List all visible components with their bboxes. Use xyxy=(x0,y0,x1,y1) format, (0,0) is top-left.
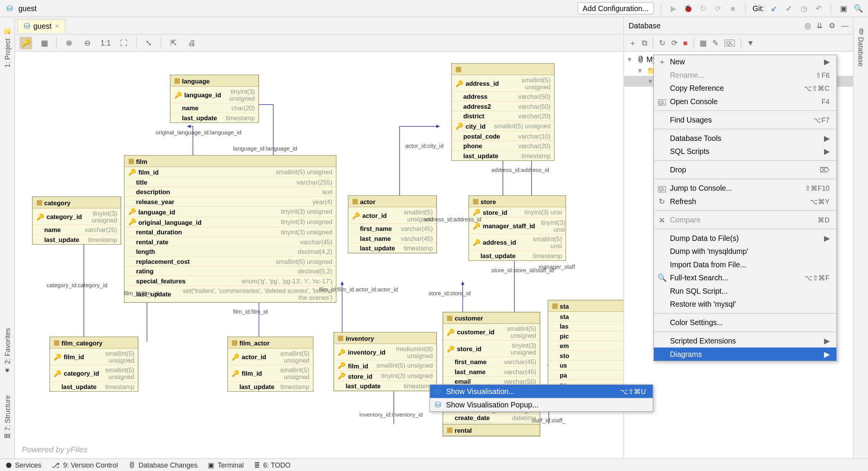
column-row[interactable]: 🔑language_idtinyint(3) unsigned xyxy=(171,87,259,104)
submenu-item[interactable]: ⛁Show Visualisation Popup... xyxy=(430,398,653,412)
table-address[interactable]: ▦🔑address_idsmallint(5) unsignedaddressv… xyxy=(451,63,555,161)
column-row[interactable]: special_featuresenum('g', 'pg', 'pg-13',… xyxy=(125,276,336,286)
menu-item[interactable]: Run SQL Script... xyxy=(654,285,837,298)
column-row[interactable]: 🔑category_idtinyint(3) unsigned xyxy=(33,209,121,226)
table-film-category[interactable]: ▦film_category🔑film_idsmallint(5) unsign… xyxy=(49,337,139,392)
column-row[interactable]: 🔑store_idtinyint(3) unsigned xyxy=(443,341,540,358)
filter-btn[interactable]: ▼ xyxy=(747,39,754,47)
column-row[interactable]: 🔑language_idtinyint(3) unsigned xyxy=(125,207,336,217)
column-row[interactable]: last_updatetimestamp xyxy=(334,381,436,391)
target-icon[interactable]: ◎ xyxy=(804,21,811,30)
menu-item[interactable]: SQL Scripts▶ xyxy=(654,145,837,158)
stop-btn[interactable]: ■ xyxy=(683,39,688,47)
search-icon[interactable]: 🔍 xyxy=(853,3,863,13)
column-row[interactable]: 🔑store_idtinyint(3) unsigned xyxy=(334,371,436,381)
menu-item[interactable]: Restore with 'mysql' xyxy=(654,298,837,311)
git-commit-icon[interactable]: ✓ xyxy=(784,3,794,13)
column-row[interactable]: last_updatetimestamp xyxy=(228,382,313,391)
menu-item[interactable]: Diagrams▶ xyxy=(654,348,837,361)
column-row[interactable]: pa xyxy=(548,371,624,381)
column-row[interactable]: last_updatetimestamp xyxy=(452,151,554,160)
column-row[interactable]: 🔑customer_idsmallint(5) unsigned xyxy=(443,324,540,341)
duplicate-btn[interactable]: ⧉ xyxy=(642,38,647,47)
table-actor[interactable]: ▦actor🔑actor_idsmallint(5) unsignedfirst… xyxy=(348,195,437,253)
column-row[interactable]: postal_codevarchar(10) xyxy=(452,132,554,142)
favorites-tool-button[interactable]: ★ 2: Favorites xyxy=(3,324,11,379)
column-row[interactable]: 🔑film_idsmallint(5) unsigned xyxy=(228,365,313,382)
console-btn[interactable]: QL xyxy=(724,39,735,46)
column-row[interactable]: first_namevarchar(45) xyxy=(443,357,540,367)
column-row[interactable]: 🔑address_idsmallint(5) unsi xyxy=(469,234,566,251)
column-row[interactable]: sta xyxy=(548,312,624,322)
column-row[interactable]: namechar(20) xyxy=(171,103,259,113)
table-language[interactable]: ▦language🔑language_idtinyint(3) unsigned… xyxy=(170,75,259,123)
menu-item[interactable]: Scripted Extensions▶ xyxy=(654,334,837,348)
zoom-in-btn[interactable]: ⊕ xyxy=(63,36,75,49)
menu-item[interactable]: Dump Data to File(s)▶ xyxy=(654,232,837,245)
coverage-icon[interactable]: ↻ xyxy=(698,3,708,13)
debug-icon[interactable]: 🐞 xyxy=(683,3,693,13)
menu-item[interactable]: Dump with 'mysqldump' xyxy=(654,245,837,258)
column-row[interactable]: replacement_costsmallint(5) unsigned xyxy=(125,257,336,267)
menu-item[interactable]: Color Settings... xyxy=(654,316,837,329)
close-icon[interactable]: × xyxy=(55,22,59,30)
menu-item[interactable]: Drop⌦ xyxy=(654,163,837,177)
project-tool-button[interactable]: 1: Project📁 xyxy=(3,23,11,72)
column-row[interactable]: 🔑original_language_idtinyint(3) unsigned xyxy=(125,217,336,227)
key-columns-btn[interactable]: 🔑 xyxy=(20,36,32,49)
submenu-item[interactable]: ⛁Show Visualisation...⌥⇧⌘U xyxy=(430,385,653,398)
edit-btn[interactable]: ✎ xyxy=(712,39,719,47)
structure-tool-button[interactable]: ≣ 7: Structure xyxy=(3,391,11,443)
column-row[interactable]: 🔑film_idsmallint(5) unsigned xyxy=(334,361,436,371)
expand-icon[interactable]: ⇊ xyxy=(816,21,823,30)
table-staff[interactable]: ▦stastalaspicemstouspapa xyxy=(548,300,623,390)
column-row[interactable]: 🔑category_idsmallint(5) unsigned xyxy=(50,365,138,382)
table-inventory[interactable]: ▦inventory🔑inventory_idmediumint(8) unsi… xyxy=(334,332,437,391)
editor-tab-guest[interactable]: ⛁ guest × xyxy=(17,19,65,33)
run-anything-icon[interactable]: ▣ xyxy=(838,3,848,13)
add-configuration-button[interactable]: Add Configuration... xyxy=(578,2,654,15)
add-datasource-btn[interactable]: ＋ xyxy=(629,38,636,48)
column-row[interactable]: titlevarchar(255) xyxy=(125,178,336,188)
table-category[interactable]: ▦category🔑category_idtinyint(3) unsigned… xyxy=(32,196,121,245)
table-store[interactable]: ▦store🔑store_idtinyint(3) unsi🔑manager_s… xyxy=(468,195,566,261)
column-row[interactable]: 🔑address_idsmallint(5) unsigned xyxy=(452,75,554,92)
column-row[interactable]: 🔑inventory_idmediumint(8) unsigned xyxy=(334,344,436,361)
menu-item[interactable]: QLOpen ConsoleF4 xyxy=(654,95,837,108)
vcs-tool[interactable]: ⎇9: Version Control xyxy=(52,461,118,469)
column-row[interactable]: 🔑actor_idsmallint(5) unsigned xyxy=(349,208,437,224)
menu-item[interactable]: Import Data from File... xyxy=(654,258,837,271)
column-row[interactable]: address2varchar(50) xyxy=(452,102,554,112)
column-row[interactable]: 🔑city_idsmallint(5) unsigned xyxy=(452,121,554,132)
git-history-icon[interactable]: ◷ xyxy=(799,3,809,13)
column-row[interactable]: addressvarchar(50) xyxy=(452,92,554,102)
column-row[interactable]: 🔑store_idtinyint(3) unsi xyxy=(469,208,566,218)
column-row[interactable]: sto xyxy=(548,351,624,361)
table-film-actor[interactable]: ▦film_actor🔑actor_idsmallint(5) unsigned… xyxy=(227,337,313,392)
git-revert-icon[interactable]: ↶ xyxy=(814,3,824,13)
column-row[interactable]: last_updatetimestamp xyxy=(349,244,437,253)
layout-btn[interactable]: ⤡ xyxy=(142,36,155,49)
column-row[interactable]: 🔑manager_staff_idtinyint(3) unsi xyxy=(469,218,566,235)
all-columns-btn[interactable]: ▦ xyxy=(38,36,51,49)
column-row[interactable]: first_namevarchar(45) xyxy=(349,224,437,234)
terminal-tool[interactable]: ▣Terminal xyxy=(208,461,244,469)
database-tool-button[interactable]: 🛢 Database xyxy=(857,23,865,71)
context-menu[interactable]: ＋New▶Rename...⇧F6Copy Reference⌥⇧⌘CQLOpe… xyxy=(653,55,837,361)
column-row[interactable]: namevarchar(25) xyxy=(33,225,121,235)
column-row[interactable]: last_updatetimestamp xyxy=(50,382,138,391)
column-row[interactable]: descriptiontext xyxy=(125,187,336,197)
settings-icon[interactable]: ⚙ xyxy=(829,21,835,30)
column-row[interactable]: phonevarchar(20) xyxy=(452,141,554,151)
column-row[interactable]: us xyxy=(548,361,624,371)
diagrams-submenu[interactable]: ⛁Show Visualisation...⌥⇧⌘U⛁Show Visualis… xyxy=(429,384,653,412)
run-icon[interactable]: ▶ xyxy=(668,3,679,13)
breadcrumb[interactable]: guest xyxy=(18,4,37,13)
column-row[interactable]: last_updatetimestamp xyxy=(171,113,259,123)
menu-item[interactable]: ↻Refresh⌥⌘Y xyxy=(654,195,837,208)
menu-item[interactable]: 🔍Full-text Search...⌥⇧⌘F xyxy=(654,271,837,285)
actual-size-btn[interactable]: 1:1 xyxy=(100,36,112,49)
table-customer[interactable]: ▦customer🔑customer_idsmallint(5) unsigne… xyxy=(443,312,540,433)
menu-item[interactable]: Database Tools▶ xyxy=(654,132,837,145)
column-row[interactable]: release_yearyear(4) xyxy=(125,197,336,207)
